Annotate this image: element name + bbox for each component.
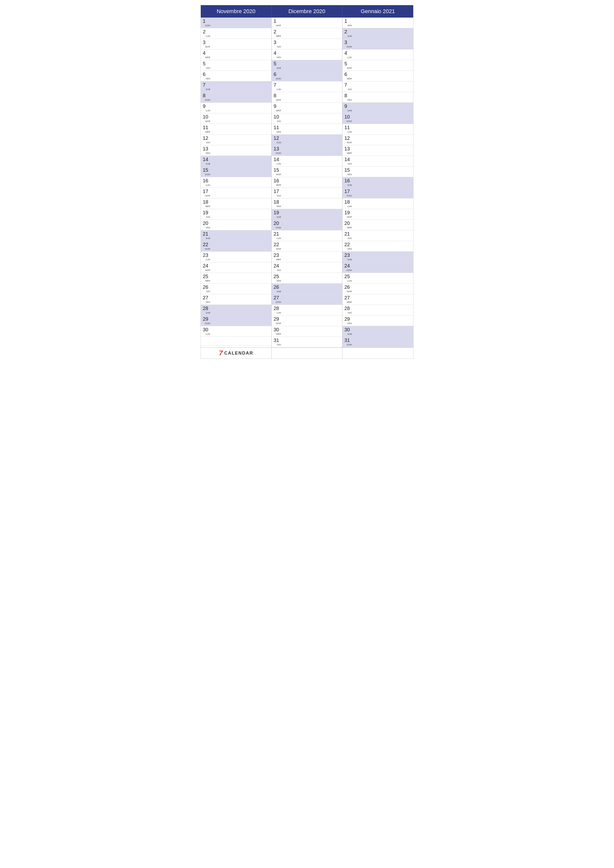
day-name: GIO	[205, 216, 210, 219]
day-number: 17	[274, 189, 281, 194]
day-name: GIO	[205, 290, 210, 293]
day-row: 19SAB	[272, 209, 342, 220]
day-number: 10	[344, 114, 352, 119]
day-cell: 3DOM	[344, 40, 352, 48]
day-cell: 27DOM	[274, 295, 281, 304]
day-cell: 18LUN	[344, 199, 352, 208]
day-cell: 5MAR	[344, 61, 352, 70]
day-cell: 3GIO	[274, 40, 281, 48]
day-name: MAR	[347, 216, 352, 219]
day-number: 20	[344, 220, 352, 226]
day-cell: 18VEN	[274, 199, 281, 208]
day-number: 24	[274, 263, 281, 268]
day-number: 12	[344, 135, 352, 141]
day-number: 15	[274, 167, 281, 173]
day-number: 25	[203, 274, 210, 279]
day-row: 6VEN	[201, 71, 271, 81]
footer-col-2	[272, 348, 342, 358]
day-number: 23	[274, 253, 281, 258]
day-cell: 8MAR	[274, 93, 281, 102]
day-cell: 12GIO	[203, 135, 210, 144]
day-row: 13VEN	[201, 145, 271, 156]
day-row: 4LUN	[342, 50, 413, 60]
day-cell: 20DOM	[274, 220, 281, 229]
day-row-empty	[201, 337, 271, 346]
month-col-2: 1VEN2SAB3DOM4LUN5MAR6MER7GIO8VEN9SAB10DO…	[342, 17, 413, 347]
day-number: 15	[344, 167, 352, 173]
day-name: GIO	[276, 120, 281, 123]
day-cell: 22MAR	[274, 242, 281, 251]
day-row: 26GIO	[201, 284, 271, 294]
day-row: 12MAR	[342, 135, 413, 145]
day-cell: 21GIO	[344, 231, 352, 240]
day-row: 26SAB	[272, 284, 342, 294]
day-row: 8DOM	[201, 92, 271, 103]
day-cell: 8DOM	[203, 93, 210, 102]
day-cell: 16SAB	[344, 178, 352, 187]
day-number: 18	[203, 199, 210, 205]
day-number: 16	[344, 178, 352, 183]
day-number: 3	[274, 40, 281, 45]
day-name: SAB	[276, 141, 281, 144]
day-cell: 2MER	[274, 29, 281, 38]
day-name: VEN	[347, 248, 352, 251]
day-row: 21LUN	[272, 230, 342, 241]
day-row: 29MAR	[272, 315, 342, 326]
day-row: 22VEN	[342, 241, 413, 252]
day-name: DOM	[275, 152, 281, 155]
day-row: 10DOM	[342, 113, 413, 124]
day-name: MER	[347, 152, 352, 155]
day-number: 3	[344, 40, 352, 45]
day-name: MER	[275, 333, 281, 336]
day-name: GIO	[276, 269, 281, 272]
day-row: 1VEN	[342, 17, 413, 28]
day-row: 14SAB	[201, 156, 271, 166]
day-row: 17DOM	[342, 188, 413, 198]
day-number: 13	[274, 146, 281, 152]
day-cell: 10MAR	[203, 114, 210, 123]
day-number: 31	[344, 338, 352, 343]
day-cell: 6MER	[344, 71, 352, 81]
day-name: GIO	[347, 312, 352, 315]
day-number: 3	[203, 40, 210, 45]
day-name: DOM	[275, 226, 281, 229]
day-cell: 25MER	[203, 274, 210, 282]
footer-col-3	[342, 348, 413, 358]
day-number: 24	[203, 263, 210, 268]
day-name: GIO	[276, 45, 281, 48]
day-cell: 4VEN	[274, 50, 281, 59]
day-cell: 30SAB	[344, 327, 352, 336]
day-number: 28	[203, 305, 210, 311]
day-number: 26	[344, 284, 352, 290]
day-name: VEN	[276, 131, 281, 133]
day-name: DOM	[346, 343, 352, 346]
day-row: 19GIO	[201, 209, 271, 220]
day-cell: 25VEN	[274, 274, 281, 282]
day-name: MAR	[205, 45, 210, 48]
day-name: DOM	[275, 301, 281, 304]
day-cell: 29VEN	[344, 316, 352, 325]
day-name: MER	[347, 226, 352, 229]
day-cell: 6VEN	[203, 71, 210, 81]
day-number: 31	[274, 338, 281, 343]
day-number: 4	[203, 50, 210, 56]
day-row: 26MAR	[342, 284, 413, 294]
day-name: MER	[205, 205, 210, 208]
day-cell: 25LUN	[344, 274, 352, 282]
day-name: MAR	[347, 290, 352, 293]
day-number: 23	[203, 253, 210, 258]
day-row: 20DOM	[272, 220, 342, 230]
day-number: 29	[203, 316, 210, 322]
day-row: 2MER	[272, 28, 342, 39]
day-cell: 21SAB	[203, 231, 210, 240]
day-cell: 16MER	[274, 178, 281, 187]
day-name: MAR	[347, 67, 352, 70]
day-number: 29	[274, 316, 281, 322]
day-number: 20	[203, 220, 210, 226]
month-col-0: 1DOM2LUN3MAR4MER5GIO6VEN7SAB8DOM9LUN10MA…	[201, 17, 272, 347]
day-name: LUN	[276, 312, 281, 315]
day-row: 15VEN	[342, 166, 413, 177]
day-row: 16LUN	[201, 177, 271, 188]
day-number: 1	[203, 18, 210, 24]
day-name: LUN	[347, 205, 352, 208]
